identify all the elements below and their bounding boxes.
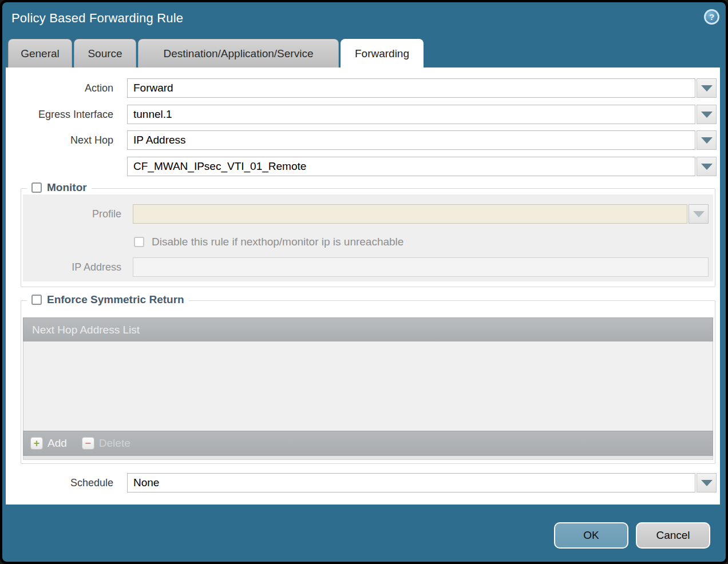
monitor-ip-address-field (133, 257, 709, 277)
delete-button[interactable]: − Delete (82, 437, 130, 450)
profile-row: Profile (23, 204, 711, 224)
next-hop-type-select[interactable]: IP Address (127, 130, 717, 150)
profile-dropdown-button[interactable] (689, 204, 709, 224)
schedule-dropdown-button[interactable] (697, 473, 717, 492)
chevron-down-icon (701, 112, 713, 118)
next-hop-row: Next Hop IP Address (6, 130, 717, 150)
tab-general[interactable]: General (8, 39, 72, 67)
schedule-value[interactable]: None (127, 473, 695, 492)
disable-rule-label: Disable this rule if nexthop/monitor ip … (152, 236, 403, 248)
delete-button-label: Delete (99, 437, 130, 450)
add-button-label: Add (48, 437, 67, 450)
next-hop-dropdown-button[interactable] (697, 130, 717, 150)
egress-interface-label: Egress Interface (6, 105, 120, 124)
enforce-symmetric-return-checkbox[interactable] (31, 295, 42, 305)
dialog-title: Policy Based Forwarding Rule (11, 11, 183, 26)
chevron-down-icon (701, 164, 713, 170)
profile-value[interactable] (133, 204, 687, 224)
plus-icon: + (30, 437, 43, 450)
pbf-rule-dialog: Policy Based Forwarding Rule ? General S… (2, 2, 726, 562)
egress-interface-select[interactable]: tunnel.1 (127, 105, 717, 124)
action-dropdown-button[interactable] (697, 78, 717, 98)
next-hop-address-list-header: Next Hop Address List (23, 317, 713, 341)
chevron-down-icon (693, 211, 705, 217)
next-hop-address-value[interactable]: CF_MWAN_IPsec_VTI_01_Remote (127, 157, 695, 176)
add-button[interactable]: + Add (30, 437, 67, 450)
disable-rule-control: Disable this rule if nexthop/monitor ip … (134, 232, 403, 252)
profile-label: Profile (23, 204, 127, 224)
ok-button[interactable]: OK (554, 522, 628, 549)
next-hop-type-value[interactable]: IP Address (127, 130, 695, 150)
monitor-legend-label: Monitor (47, 181, 87, 194)
question-mark-glyph: ? (706, 11, 718, 23)
tab-source[interactable]: Source (74, 39, 136, 67)
action-value[interactable]: Forward (127, 78, 695, 98)
forwarding-tab-panel: Action Forward Egress Interface tunnel.1 (6, 67, 720, 505)
next-hop-address-list-toolbar: + Add − Delete (23, 431, 713, 456)
egress-interface-row: Egress Interface tunnel.1 (6, 105, 717, 124)
egress-interface-value[interactable]: tunnel.1 (127, 105, 695, 124)
cancel-button[interactable]: Cancel (636, 522, 710, 549)
enforce-symmetric-return-fieldset: Enforce Symmetric Return Next Hop Addres… (21, 300, 715, 464)
monitor-ip-address-row: IP Address (23, 257, 711, 277)
minus-icon: − (82, 437, 94, 450)
monitor-ip-address-input[interactable] (133, 257, 709, 277)
schedule-label: Schedule (6, 473, 120, 492)
chevron-down-icon (701, 137, 713, 144)
next-hop-label: Next Hop (6, 130, 120, 150)
schedule-select[interactable]: None (127, 473, 717, 492)
screen-frame: Policy Based Forwarding Rule ? General S… (0, 0, 728, 564)
action-label: Action (6, 78, 120, 98)
next-hop-address-select[interactable]: CF_MWAN_IPsec_VTI_01_Remote (127, 157, 717, 176)
action-select[interactable]: Forward (127, 78, 717, 98)
enforce-symmetric-return-legend: Enforce Symmetric Return (27, 293, 189, 306)
next-hop-address-list-table: Next Hop Address List + Add − Delete (23, 317, 713, 460)
tab-destination-application-service[interactable]: Destination/Application/Service (138, 39, 339, 67)
next-hop-address-dropdown-button[interactable] (697, 157, 717, 176)
next-hop-address-list-body[interactable] (23, 341, 713, 431)
action-row: Action Forward (6, 78, 717, 98)
chevron-down-icon (701, 85, 713, 92)
enforce-symmetric-return-legend-label: Enforce Symmetric Return (47, 293, 184, 306)
monitor-body: Profile Disable this rule if nexthop/mon… (23, 194, 713, 281)
monitor-legend: Monitor (27, 181, 92, 194)
table-bottom-strip (23, 456, 713, 460)
tab-forwarding[interactable]: Forwarding (341, 39, 424, 67)
help-icon[interactable]: ? (704, 9, 719, 25)
next-hop-address-label-spacer (6, 157, 120, 176)
chevron-down-icon (701, 480, 713, 486)
egress-interface-dropdown-button[interactable] (697, 105, 717, 124)
profile-select (133, 204, 709, 224)
monitor-fieldset: Monitor Profile (21, 188, 715, 287)
disable-rule-row: Disable this rule if nexthop/monitor ip … (23, 232, 711, 252)
schedule-row: Schedule None (6, 473, 717, 492)
tab-bar: General Source Destination/Application/S… (8, 39, 424, 67)
monitor-ip-address-label: IP Address (23, 257, 127, 277)
next-hop-address-row: CF_MWAN_IPsec_VTI_01_Remote (6, 157, 717, 176)
monitor-checkbox[interactable] (31, 182, 42, 193)
disable-rule-checkbox[interactable] (134, 237, 144, 247)
